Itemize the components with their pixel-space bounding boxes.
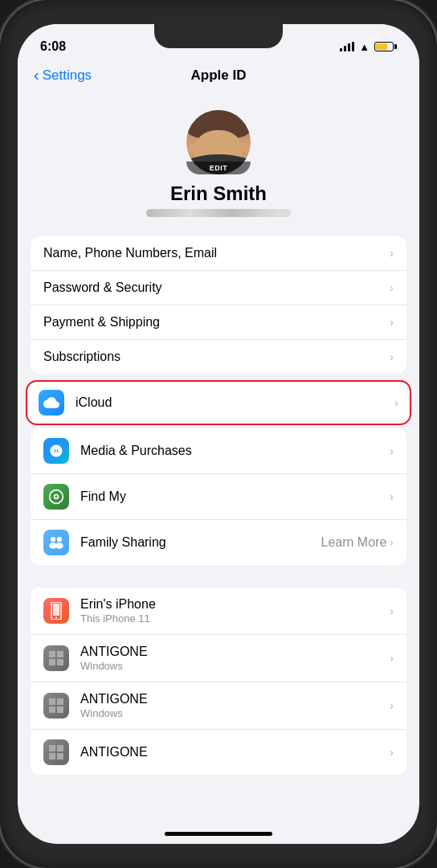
back-chevron-icon: ‹ [34, 66, 39, 84]
settings-item-device-iphone[interactable]: Erin's iPhone This iPhone 11 › [31, 588, 406, 635]
settings-item-subscriptions[interactable]: Subscriptions › [31, 340, 406, 374]
chevron-icon: › [390, 316, 394, 329]
settings-item-right: › [390, 316, 394, 329]
icloud-item-inner: iCloud › [27, 382, 410, 424]
signal-bars-icon [340, 42, 354, 51]
back-button[interactable]: ‹ Settings [34, 66, 92, 84]
settings-item-label: Name, Phone Numbers, Email [43, 246, 217, 260]
win-s2 [57, 745, 63, 751]
settings-item-label: Erin's iPhone [80, 597, 390, 612]
win-square-3 [49, 659, 55, 665]
icloud-item[interactable]: iCloud › [26, 380, 411, 425]
chevron-icon: › [390, 536, 394, 549]
settings-item-label: Family Sharing [80, 535, 166, 549]
notch [154, 24, 283, 48]
settings-item-device-antigone-3[interactable]: ANTIGONE › [31, 730, 406, 775]
home-indicator[interactable] [165, 832, 272, 836]
windows-device-icon-2 [43, 693, 69, 719]
svg-point-9 [55, 617, 57, 619]
icloud-right: › [394, 396, 398, 409]
status-icons: ▲ [340, 41, 397, 53]
settings-item-right: Learn More › [321, 535, 394, 550]
chevron-icon: › [390, 444, 394, 457]
settings-item-text: Password & Security [43, 280, 390, 295]
chevron-icon: › [390, 604, 394, 617]
settings-item-password[interactable]: Password & Security › [31, 271, 406, 305]
chevron-icon: › [390, 490, 394, 503]
settings-item-right: › [390, 652, 394, 665]
phone-frame: 6:08 ▲ ‹ Sett [0, 0, 437, 868]
settings-item-payment[interactable]: Payment & Shipping › [31, 305, 406, 340]
chevron-icon: › [390, 652, 394, 665]
settings-item-right: › [390, 281, 394, 294]
settings-item-sublabel: Windows [80, 660, 390, 672]
windows-device-icon-3 [43, 739, 69, 765]
avatar-container[interactable]: EDIT [186, 110, 251, 174]
settings-item-text: ANTIGONE Windows [80, 645, 390, 672]
appstore-svg [49, 444, 63, 458]
findmy-icon [43, 484, 69, 510]
signal-bar-1 [340, 48, 342, 51]
avatar-edit-label[interactable]: EDIT [186, 162, 251, 174]
svg-point-4 [57, 537, 62, 542]
content-area: Name, Phone Numbers, Email › Password & … [18, 236, 419, 844]
icloud-chevron-icon: › [394, 396, 398, 409]
battery-fill [376, 43, 387, 50]
chevron-icon: › [390, 281, 394, 294]
settings-item-label: Find My [80, 489, 126, 503]
chevron-icon: › [390, 699, 394, 712]
settings-item-text: Media & Purchases [80, 444, 390, 458]
settings-item-right: › [390, 699, 394, 712]
chevron-icon: › [390, 350, 394, 363]
settings-item-label: ANTIGONE [80, 645, 390, 659]
win-sq-3 [49, 706, 55, 713]
profile-name: Erin Smith [170, 182, 267, 205]
settings-item-right: › [390, 444, 394, 457]
settings-item-device-antigone-1[interactable]: ANTIGONE Windows › [31, 635, 406, 682]
iphone-svg [51, 602, 62, 620]
settings-item-label: Subscriptions [43, 350, 120, 363]
settings-item-sublabel: Windows [80, 707, 390, 719]
settings-item-label: ANTIGONE [80, 692, 390, 706]
settings-item-family[interactable]: Family Sharing Learn More › [31, 520, 406, 565]
settings-item-label: Payment & Shipping [43, 315, 160, 329]
settings-item-media[interactable]: Media & Purchases › [31, 428, 406, 474]
battery-icon [374, 42, 397, 51]
back-label[interactable]: Settings [43, 68, 92, 84]
settings-item-text: Find My [80, 489, 390, 504]
windows-logo-2 [49, 698, 63, 713]
settings-item-name-phone[interactable]: Name, Phone Numbers, Email › [31, 236, 406, 271]
win-sq-1 [49, 698, 55, 705]
settings-item-text: Subscriptions [43, 350, 390, 364]
settings-item-right: › [390, 490, 394, 503]
chevron-icon: › [390, 746, 394, 759]
wifi-icon: ▲ [359, 41, 370, 53]
svg-point-6 [55, 542, 63, 549]
settings-item-device-antigone-2[interactable]: ANTIGONE Windows › [31, 682, 406, 730]
phone-screen: 6:08 ▲ ‹ Sett [18, 24, 419, 844]
profile-email [146, 209, 291, 217]
settings-group-services: Media & Purchases › F [31, 428, 406, 565]
learn-more-label: Learn More [321, 535, 387, 550]
settings-item-right: › [390, 350, 394, 363]
settings-group-main: Name, Phone Numbers, Email › Password & … [31, 236, 406, 374]
appstore-icon [43, 438, 69, 464]
settings-item-text: Name, Phone Numbers, Email [43, 246, 390, 260]
settings-item-text: Erin's iPhone This iPhone 11 [80, 597, 390, 624]
settings-item-label: Media & Purchases [80, 444, 192, 457]
settings-item-findmy[interactable]: Find My › [31, 474, 406, 520]
windows-device-icon-1 [43, 645, 69, 671]
family-icon [43, 530, 69, 555]
settings-item-text: ANTIGONE [80, 745, 390, 760]
iphone-device-icon [43, 598, 69, 624]
battery-tip [394, 44, 397, 49]
findmy-svg [48, 489, 64, 505]
win-s3 [49, 753, 55, 760]
settings-item-label: Password & Security [43, 280, 162, 294]
settings-group-devices: Erin's iPhone This iPhone 11 › [31, 588, 406, 775]
settings-item-text: Family Sharing [80, 535, 321, 550]
win-s4 [57, 753, 63, 760]
nav-title: Apple ID [191, 68, 247, 84]
windows-logo [49, 651, 63, 665]
family-svg [47, 535, 65, 550]
